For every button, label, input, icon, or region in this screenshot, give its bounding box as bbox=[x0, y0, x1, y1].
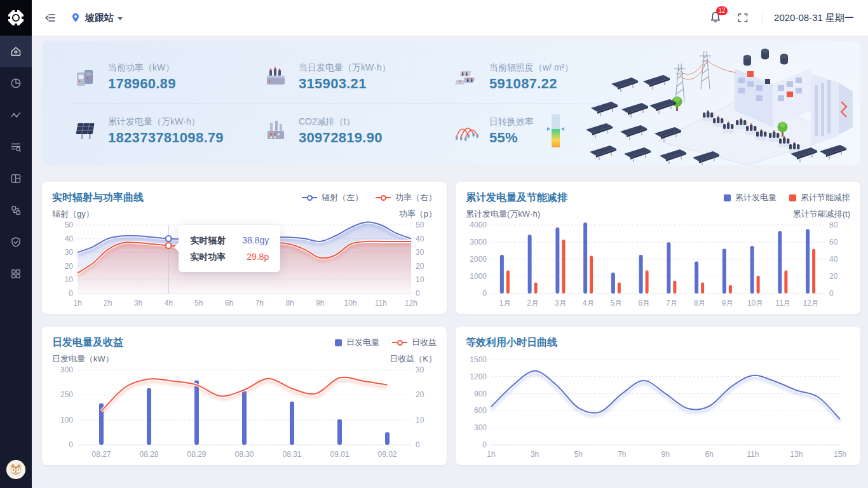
stat-value: 178960.89 bbox=[108, 76, 176, 92]
dashboard-content: 当前功率（kW） 178960.89 当日发电量（万kW·h） bbox=[32, 36, 868, 488]
right-axis-title: 累计节能减排(t) bbox=[793, 208, 850, 220]
stat-label: 当前辐照度（w/ m²） bbox=[489, 62, 573, 74]
svg-text:60: 60 bbox=[829, 238, 838, 247]
factory-icon bbox=[262, 118, 291, 144]
power-cabinet-icon bbox=[71, 65, 100, 90]
svg-text:0: 0 bbox=[482, 289, 487, 298]
svg-text:2h: 2h bbox=[104, 299, 112, 308]
sidebar-item-safety[interactable] bbox=[0, 226, 32, 258]
hours-chart-canvas[interactable]: 1500120090060030001h3h5h7h9h6h11h13h15h bbox=[466, 351, 850, 461]
menu-fold-icon bbox=[44, 11, 57, 24]
square-marker-icon bbox=[335, 339, 342, 346]
sidebar-item-curves[interactable] bbox=[0, 99, 32, 131]
stat-current-power: 当前功率（kW） 178960.89 bbox=[71, 51, 262, 104]
stat-value: 55% bbox=[489, 130, 534, 146]
svg-text:9月: 9月 bbox=[722, 299, 734, 308]
charts-grid: 实时辐射与功率曲线 辐射（左） 功率（右） 辐射（gy） 功率（p） 实时辐射3… bbox=[42, 182, 860, 465]
svg-text:7h: 7h bbox=[618, 450, 626, 459]
svg-text:1000: 1000 bbox=[470, 272, 487, 281]
current-date: 2020-08-31 星期一 bbox=[774, 12, 854, 24]
stats-grid: 当前功率（kW） 178960.89 当日发电量（万kW·h） bbox=[42, 41, 583, 165]
stat-value: 182373781098.79 bbox=[108, 130, 224, 146]
main-area: 坡跟站 12 2020-08-31 星期一 bbox=[32, 0, 868, 488]
svg-text:300: 300 bbox=[60, 365, 73, 374]
left-axis-title: 日发电量（kW） bbox=[52, 353, 114, 365]
legend-item-energy-saving[interactable]: 累计节能减排 bbox=[789, 192, 850, 203]
user-avatar[interactable] bbox=[6, 460, 25, 479]
sidebar-item-home[interactable] bbox=[0, 36, 32, 67]
gauge-marker-left bbox=[547, 127, 550, 131]
legend: 辐射（左） 功率（右） bbox=[302, 192, 437, 203]
square-marker-icon bbox=[789, 194, 796, 201]
stat-daily-generation: 当日发电量（万kW·h） 315903.21 bbox=[262, 51, 452, 104]
svg-text:1500: 1500 bbox=[470, 355, 487, 364]
fullscreen-icon bbox=[736, 11, 749, 24]
svg-text:5h: 5h bbox=[574, 450, 583, 459]
card-cumulative-generation: 累计发电量及节能减排 累计发电量 累计节能减排 累计发电量(万kW·h) 累计节… bbox=[456, 182, 860, 314]
solar-panel-icon bbox=[71, 118, 100, 144]
svg-text:40: 40 bbox=[416, 234, 424, 243]
stat-total-generation: 累计发电量（万kW·h） 182373781098.79 bbox=[71, 104, 262, 158]
sidebar-item-apps[interactable] bbox=[0, 258, 32, 290]
fullscreen-button[interactable] bbox=[735, 10, 750, 25]
stat-label: 当日发电量（万kW·h） bbox=[299, 62, 391, 74]
svg-text:600: 600 bbox=[474, 406, 487, 415]
svg-text:4月: 4月 bbox=[583, 299, 595, 308]
collapse-menu-button[interactable] bbox=[41, 8, 60, 27]
svg-text:40: 40 bbox=[829, 255, 838, 264]
app-logo[interactable] bbox=[0, 0, 32, 36]
list-search-icon bbox=[10, 140, 22, 153]
svg-text:20: 20 bbox=[416, 390, 424, 399]
card-title: 等效利用小时日曲线 bbox=[466, 336, 557, 349]
stat-value: 591087.22 bbox=[489, 76, 573, 92]
svg-text:30: 30 bbox=[416, 365, 424, 374]
svg-text:3月: 3月 bbox=[555, 299, 567, 308]
svg-text:30: 30 bbox=[416, 248, 424, 257]
sidebar-item-devices[interactable] bbox=[0, 163, 32, 194]
realtime-chart-canvas[interactable]: 实时辐射38.8gy 实时功率29.8p 5050404030302020101… bbox=[52, 220, 437, 310]
svg-text:250: 250 bbox=[60, 390, 73, 399]
divider bbox=[762, 11, 763, 25]
svg-text:30: 30 bbox=[65, 248, 74, 257]
cumulative-chart-canvas[interactable]: 400080300060200040100020001月2月3月4月5月6月7月… bbox=[466, 220, 850, 310]
daily-chart-canvas[interactable]: 3003025020100100008.2708.2808.2908.3008.… bbox=[52, 365, 437, 461]
sidebar bbox=[0, 0, 32, 488]
sidebar-item-analysis[interactable] bbox=[0, 67, 32, 99]
notifications-button[interactable]: 12 bbox=[709, 10, 724, 25]
svg-text:20: 20 bbox=[829, 272, 838, 281]
svg-text:08.31: 08.31 bbox=[282, 450, 301, 459]
svg-text:08.29: 08.29 bbox=[187, 450, 206, 459]
square-marker-icon bbox=[724, 194, 731, 201]
svg-text:7月: 7月 bbox=[666, 299, 678, 308]
stat-label: CO2减排（t） bbox=[299, 116, 383, 128]
svg-text:4h: 4h bbox=[165, 299, 173, 308]
svg-text:40: 40 bbox=[65, 234, 74, 243]
svg-text:10: 10 bbox=[416, 275, 424, 284]
svg-text:09.01: 09.01 bbox=[330, 450, 349, 459]
sidebar-item-reports[interactable] bbox=[0, 131, 32, 163]
svg-text:3000: 3000 bbox=[470, 238, 487, 247]
svg-text:4000: 4000 bbox=[470, 220, 487, 229]
activity-icon bbox=[10, 109, 22, 121]
avatar-image bbox=[6, 460, 25, 479]
stat-value: 30972819.90 bbox=[299, 130, 383, 146]
notification-badge: 12 bbox=[716, 6, 728, 15]
svg-text:8月: 8月 bbox=[694, 299, 706, 308]
svg-text:5h: 5h bbox=[194, 299, 203, 308]
svg-text:11h: 11h bbox=[747, 450, 759, 459]
svg-text:5月: 5月 bbox=[611, 299, 623, 308]
bracket-wires-icon bbox=[452, 118, 482, 144]
legend-item-cumulative-gen[interactable]: 累计发电量 bbox=[724, 192, 776, 203]
card-title: 实时辐射与功率曲线 bbox=[52, 191, 144, 205]
svg-text:6h: 6h bbox=[705, 450, 713, 459]
svg-text:9h: 9h bbox=[661, 450, 670, 459]
stat-label: 累计发电量（万kW·h） bbox=[108, 116, 224, 128]
station-selector[interactable]: 坡跟站 bbox=[70, 12, 123, 24]
svg-text:50: 50 bbox=[65, 220, 74, 229]
svg-text:3h: 3h bbox=[531, 450, 539, 459]
legend-item-power[interactable]: 功率（右） bbox=[376, 192, 437, 203]
legend-item-daily-gen[interactable]: 日发电量 bbox=[335, 337, 379, 348]
legend-item-radiation[interactable]: 辐射（左） bbox=[302, 192, 363, 203]
sidebar-item-topology[interactable] bbox=[0, 194, 32, 226]
legend-item-daily-revenue[interactable]: 日收益 bbox=[392, 337, 437, 348]
